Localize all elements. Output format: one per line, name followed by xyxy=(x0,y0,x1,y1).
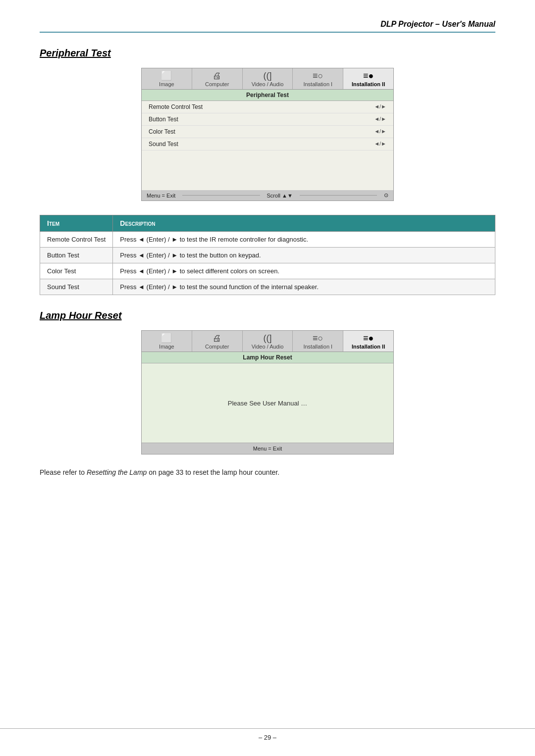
tab-installation-ii[interactable]: ≡● Installation II xyxy=(343,68,393,89)
table-cell-desc-button: Press ◄ (Enter) / ► to test the button o… xyxy=(113,248,495,263)
tab-installation-ii-label: Installation II xyxy=(352,81,385,87)
table-cell-desc-sound: Press ◄ (Enter) / ► to test the sound fu… xyxy=(113,279,495,295)
table-cell-desc-remote: Press ◄ (Enter) / ► to test the IR remot… xyxy=(113,232,495,248)
tab-image-label: Image xyxy=(159,81,174,87)
tab-installation-i[interactable]: ≡○ Installation I xyxy=(293,68,343,89)
header-title: DLP Projector – User's Manual xyxy=(380,20,495,29)
tab-image[interactable]: ⬜ Image xyxy=(142,68,192,89)
tab-installation-i-label: Installation I xyxy=(303,81,332,87)
peripheral-test-proj-footer: Menu = Exit Scroll ▲▼ ⊙ xyxy=(142,190,393,201)
lamp-footer-note: Please refer to Resetting the Lamp on pa… xyxy=(40,468,495,476)
lamp-tab-video-audio-label: Video / Audio xyxy=(252,344,284,350)
lamp-hour-reset-projector-ui: ⬜ Image 🖨 Computer ((] Video / Audio ≡○ … xyxy=(141,330,394,454)
menu-row-sound-test-arrow: ◄/► xyxy=(374,141,386,148)
table-row: Remote Control Test Press ◄ (Enter) / ► … xyxy=(40,232,495,248)
proj-tabs: ⬜ Image 🖨 Computer ((] Video / Audio ≡○ … xyxy=(142,68,393,90)
menu-row-button-test-label: Button Test xyxy=(149,116,178,123)
page-number: – 29 – xyxy=(259,734,276,741)
menu-row-color-test-label: Color Test xyxy=(149,128,175,135)
lamp-body-text: Please See User Manual … xyxy=(228,400,307,407)
lamp-tab-image[interactable]: ⬜ Image xyxy=(142,331,192,352)
menu-row-button-test-arrow: ◄/► xyxy=(374,116,386,123)
page-header: DLP Projector – User's Manual xyxy=(40,20,495,33)
table-row: Color Test Press ◄ (Enter) / ► to select… xyxy=(40,263,495,279)
table-cell-item-button: Button Test xyxy=(40,248,113,263)
computer-tab-icon: 🖨 xyxy=(194,71,240,80)
menu-row-sound-test-label: Sound Test xyxy=(149,141,178,148)
peripheral-test-title: Peripheral Test xyxy=(40,48,495,59)
lamp-proj-tabs: ⬜ Image 🖨 Computer ((] Video / Audio ≡○ … xyxy=(142,331,393,352)
table-cell-desc-color: Press ◄ (Enter) / ► to select different … xyxy=(113,263,495,279)
proj-footer-divider2 xyxy=(300,195,377,196)
lamp-installation-ii-tab-icon: ≡● xyxy=(345,334,391,343)
tab-computer-label: Computer xyxy=(205,81,229,87)
menu-row-sound-test: Sound Test ◄/► xyxy=(142,138,393,151)
proj-footer-menu-exit: Menu = Exit xyxy=(147,193,175,199)
table-col-item: Item xyxy=(40,215,113,232)
tab-video-audio-label: Video / Audio xyxy=(252,81,284,87)
peripheral-test-menu-body: Remote Control Test ◄/► Button Test ◄/► … xyxy=(142,101,393,190)
peripheral-test-projector-ui: ⬜ Image 🖨 Computer ((] Video / Audio ≡○ … xyxy=(141,68,394,201)
page-container: DLP Projector – User's Manual Peripheral… xyxy=(0,0,535,756)
lamp-tab-installation-i[interactable]: ≡○ Installation I xyxy=(293,331,343,352)
menu-row-button-test: Button Test ◄/► xyxy=(142,113,393,126)
menu-row-remote-control-arrow: ◄/► xyxy=(374,103,386,110)
footer-note-suffix: on page 33 to reset the lamp hour counte… xyxy=(147,468,279,476)
video-audio-tab-icon: ((] xyxy=(245,71,291,80)
menu-spacer xyxy=(142,151,393,190)
table-row: Button Test Press ◄ (Enter) / ► to test … xyxy=(40,248,495,263)
peripheral-test-section: Peripheral Test ⬜ Image 🖨 Computer ((] V… xyxy=(40,48,495,295)
lamp-tab-computer-label: Computer xyxy=(205,344,229,350)
menu-row-color-test-arrow: ◄/► xyxy=(374,128,386,135)
proj-footer-icon: ⊙ xyxy=(384,192,388,199)
table-cell-item-remote: Remote Control Test xyxy=(40,232,113,248)
lamp-image-tab-icon: ⬜ xyxy=(144,334,190,343)
lamp-footer-menu-exit: Menu = Exit xyxy=(253,446,282,452)
lamp-menu-body: Please See User Manual … xyxy=(142,363,393,443)
tab-video-audio[interactable]: ((] Video / Audio xyxy=(243,68,293,89)
lamp-tab-installation-i-label: Installation I xyxy=(303,344,332,350)
lamp-tab-installation-ii[interactable]: ≡● Installation II xyxy=(343,331,393,352)
table-cell-item-color: Color Test xyxy=(40,263,113,279)
lamp-hour-reset-title: Lamp Hour Reset xyxy=(40,310,495,321)
menu-row-remote-control-label: Remote Control Test xyxy=(149,103,203,110)
lamp-proj-footer: Menu = Exit xyxy=(142,443,393,454)
peripheral-test-table: Item Description Remote Control Test Pre… xyxy=(40,215,495,295)
footer-note-prefix: Please refer to xyxy=(40,468,87,476)
lamp-tab-video-audio[interactable]: ((] Video / Audio xyxy=(243,331,293,352)
lamp-tab-image-label: Image xyxy=(159,344,174,350)
lamp-installation-i-tab-icon: ≡○ xyxy=(295,334,341,343)
peripheral-test-menu-header: Peripheral Test xyxy=(142,90,393,101)
lamp-computer-tab-icon: 🖨 xyxy=(194,334,240,343)
installation-i-tab-icon: ≡○ xyxy=(295,71,341,80)
page-footer: – 29 – xyxy=(0,728,535,741)
tab-computer[interactable]: 🖨 Computer xyxy=(192,68,243,89)
lamp-video-audio-tab-icon: ((] xyxy=(245,334,291,343)
menu-row-remote-control: Remote Control Test ◄/► xyxy=(142,101,393,113)
lamp-tab-installation-ii-label: Installation II xyxy=(352,344,385,350)
table-row: Sound Test Press ◄ (Enter) / ► to test t… xyxy=(40,279,495,295)
table-col-desc: Description xyxy=(113,215,495,232)
proj-footer-divider xyxy=(182,195,260,196)
lamp-tab-computer[interactable]: 🖨 Computer xyxy=(192,331,243,352)
menu-row-color-test: Color Test ◄/► xyxy=(142,126,393,138)
proj-footer-scroll: Scroll ▲▼ xyxy=(267,193,293,199)
lamp-hour-reset-section: Lamp Hour Reset ⬜ Image 🖨 Computer ((] V… xyxy=(40,310,495,476)
footer-note-italic: Resetting the Lamp xyxy=(87,468,147,476)
installation-ii-tab-icon: ≡● xyxy=(345,71,391,80)
table-cell-item-sound: Sound Test xyxy=(40,279,113,295)
image-tab-icon: ⬜ xyxy=(144,71,190,80)
lamp-menu-header: Lamp Hour Reset xyxy=(142,352,393,363)
